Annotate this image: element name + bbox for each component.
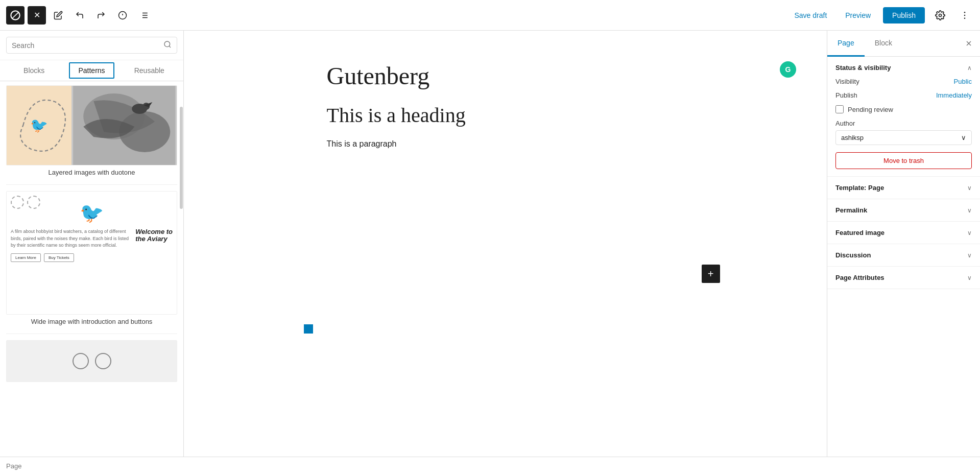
author-row: Author ashiksp ∨ <box>835 120 972 145</box>
pending-review-checkbox[interactable] <box>835 105 844 113</box>
circles-preview <box>7 341 177 382</box>
pending-review-row: Pending review <box>835 105 972 113</box>
search-input[interactable] <box>12 41 159 50</box>
pattern-circles-image <box>6 340 177 382</box>
visibility-label: Visibility <box>835 78 859 85</box>
undo-button[interactable] <box>70 6 89 25</box>
sidebar-right: Page Block Status & visibility ∧ Visibil… <box>827 31 980 457</box>
pattern-card-duotone[interactable]: 🐦 <box>0 81 183 182</box>
status-visibility-header[interactable]: Status & visibility ∧ <box>835 64 972 72</box>
duotone-right <box>71 86 177 165</box>
circle-1 <box>11 196 24 209</box>
discussion-header[interactable]: Discussion ∨ <box>835 251 972 259</box>
panel-featured-image: Featured image ∨ <box>827 222 980 244</box>
bottom-bar-label: Page <box>6 462 21 470</box>
tab-blocks[interactable]: Blocks <box>0 60 68 81</box>
aviary-btn-learn: Learn More <box>11 253 41 262</box>
panel-discussion: Discussion ∨ <box>827 244 980 267</box>
editor-heading[interactable]: This is a heading <box>327 103 684 127</box>
author-value: ashiksp <box>841 134 864 141</box>
svg-point-12 <box>964 14 966 16</box>
tab-reusable[interactable]: Reusable <box>115 60 183 81</box>
search-area <box>0 31 183 60</box>
circle-outline-1 <box>73 353 89 369</box>
tab-page[interactable]: Page <box>827 31 865 57</box>
pattern-card-aviary[interactable]: 🐦 A film about hobbyist bird watchers, a… <box>0 187 183 331</box>
bird-icon-aviary: 🐦 <box>80 202 104 224</box>
more-options-button[interactable] <box>955 6 974 25</box>
settings-button[interactable] <box>931 6 949 25</box>
paragraph-block: This is a paragraph <box>327 137 684 151</box>
sidebar-patterns-list: 🐦 <box>0 81 183 457</box>
status-visibility-chevron: ∧ <box>967 64 972 72</box>
editor-area[interactable]: G Gutenberg This is a heading This is a … <box>184 31 827 457</box>
aviary-btn-buy: Buy Tickets <box>44 253 74 262</box>
template-chevron-icon: ∨ <box>967 184 972 192</box>
toolbar-right: Save draft Preview Publish <box>788 6 974 25</box>
svg-point-11 <box>964 11 966 13</box>
svg-point-13 <box>964 17 966 19</box>
status-visibility-title: Status & visibility <box>835 64 891 72</box>
editor-paragraph[interactable]: This is a paragraph <box>327 137 684 151</box>
bird-icon-left: 🐦 <box>30 117 48 134</box>
visibility-value[interactable]: Public <box>954 78 972 85</box>
svg-point-10 <box>939 14 942 16</box>
featured-image-title: Featured image <box>835 229 885 236</box>
search-input-wrap[interactable] <box>6 37 177 54</box>
close-sidebar-button[interactable] <box>960 34 978 53</box>
list-view-button[interactable] <box>135 6 153 25</box>
discussion-chevron-icon: ∨ <box>967 252 972 259</box>
sidebar-left: Blocks Patterns Reusable 🐦 <box>0 31 184 457</box>
tab-block[interactable]: Block <box>865 31 902 57</box>
page-attributes-header[interactable]: Page Attributes ∨ <box>835 274 972 281</box>
toolbar: ✕ <box>0 0 980 31</box>
publish-value[interactable]: Immediately <box>936 91 972 99</box>
close-button[interactable]: ✕ <box>28 6 46 25</box>
aviary-preview: 🐦 A film about hobbyist bird watchers, a… <box>7 192 177 314</box>
template-header[interactable]: Template: Page ∨ <box>835 184 972 192</box>
author-chevron-icon: ∨ <box>961 134 966 141</box>
wordpress-logo <box>6 6 25 25</box>
add-block-button[interactable]: + <box>702 265 720 283</box>
editor-title[interactable]: Gutenberg <box>327 61 684 91</box>
editor-content: Gutenberg This is a heading This is a pa… <box>327 61 684 150</box>
author-select[interactable]: ashiksp ∨ <box>835 130 972 145</box>
permalink-title: Permalink <box>835 206 867 214</box>
sidebar-scrollbar-thumb <box>180 107 183 209</box>
svg-point-14 <box>164 41 170 47</box>
svg-line-15 <box>169 46 171 48</box>
visibility-row: Visibility Public <box>835 78 972 85</box>
discussion-title: Discussion <box>835 251 871 259</box>
panel-status-visibility: Status & visibility ∧ Visibility Public … <box>827 57 980 177</box>
publish-button[interactable]: Publish <box>883 7 925 23</box>
panel-permalink: Permalink ∨ <box>827 199 980 222</box>
aviary-text: A film about hobbyist bird watchers, a c… <box>11 228 130 249</box>
redo-button[interactable] <box>92 6 110 25</box>
pattern-card-circles[interactable] <box>0 336 183 386</box>
edit-button[interactable] <box>49 6 67 25</box>
save-draft-button[interactable]: Save draft <box>788 8 833 22</box>
aviary-title-col: Welcome tothe Aviary <box>135 228 173 243</box>
featured-image-header[interactable]: Featured image ∨ <box>835 229 972 236</box>
publish-label: Publish <box>835 91 857 99</box>
sidebar-scrollbar[interactable] <box>179 81 183 457</box>
pattern-aviary-image: 🐦 A film about hobbyist bird watchers, a… <box>6 191 177 315</box>
tab-patterns[interactable]: Patterns <box>69 62 114 79</box>
circle-2 <box>27 196 40 209</box>
preview-button[interactable]: Preview <box>839 8 877 22</box>
move-to-trash-button[interactable]: Move to trash <box>835 152 972 169</box>
permalink-chevron-icon: ∨ <box>967 207 972 214</box>
author-label: Author <box>835 120 972 127</box>
aviary-content: A film about hobbyist bird watchers, a c… <box>11 228 173 249</box>
main-area: Blocks Patterns Reusable 🐦 <box>0 31 980 457</box>
pattern-duotone-image: 🐦 <box>6 85 177 165</box>
permalink-header[interactable]: Permalink ∨ <box>835 206 972 214</box>
search-icon <box>163 40 172 50</box>
info-button[interactable] <box>113 6 132 25</box>
aviary-title: Welcome tothe Aviary <box>135 228 173 243</box>
duotone-left: 🐦 <box>7 86 71 165</box>
grammarly-icon: G <box>780 61 796 78</box>
title-block: Gutenberg <box>327 61 684 91</box>
aviary-circles <box>11 196 40 209</box>
bottom-bar: Page <box>0 457 980 475</box>
